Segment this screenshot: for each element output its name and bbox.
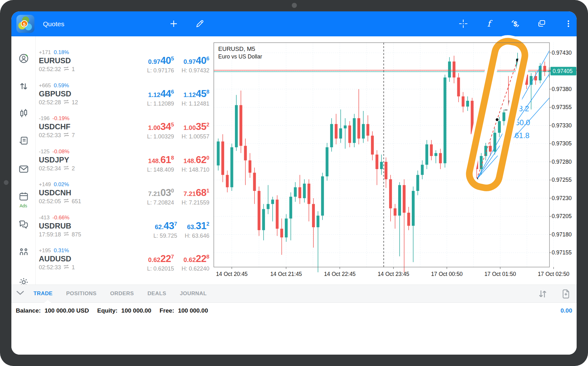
quote-time: 02:52:05 [39,198,61,205]
candle-body [389,179,392,208]
balance-value: 100 000.00 USD [45,307,89,314]
candle-body [371,136,374,155]
camera-dot [292,3,297,8]
candle-body [502,113,505,121]
sidebar-item-news[interactable] [18,136,29,147]
spread-value: 2 [72,165,75,172]
high-value: H: 1.00557 [182,133,209,140]
quote-row-gbpusd[interactable]: +6650.59%GBPUSD02:52:28121.124461.12458L… [39,81,209,114]
symbol-name: AUDUSD [39,254,75,263]
ask-price: 148.620 [183,154,209,166]
updown-arrows-icon [19,81,29,93]
mt5-logo[interactable]: 5 [16,15,34,33]
low-value: L: 1.00329 [147,133,174,140]
window-manager-button[interactable] [535,17,548,30]
candle-body [335,124,338,138]
tab-journal[interactable]: JOURNAL [180,290,207,297]
y-tick-label: 0.97205 [552,213,572,219]
quote-row-usdrub[interactable]: -413-0.66%USDRUB17:59:1887562.43763.312L… [39,213,209,246]
chart-canvas[interactable]: 8.250.061.80.974300.973800.973550.973300… [214,43,577,283]
tab-trade[interactable]: TRADE [33,290,53,297]
tab-orders[interactable]: ORDERS [110,290,134,297]
time-spread-line: 02:52:05651 [39,198,81,205]
high-value: H: 0.62240 [182,265,209,272]
crosshair-button[interactable] [457,17,470,30]
y-tick-label: 0.97255 [552,177,572,183]
quote-row-eurusd[interactable]: +1710.18%EURUSD02:52:3210.974050.97406L:… [39,48,209,81]
ask-price: 1.12458 [183,88,209,100]
spread-value: 1 [72,264,75,271]
sidebar-item-community[interactable] [18,247,29,258]
x-tick-label: 17 Oct 01:50 [484,271,516,277]
gear-icon [18,277,29,284]
equity-label: Equity: [97,307,117,314]
low-value: L: 0.62015 [147,265,174,272]
time-spread-line: 02:52:331 [39,264,75,271]
quote-info: -413-0.66%USDRUB17:59:18875 [39,213,81,246]
sidebar-item-charts[interactable] [18,109,29,119]
spread-icon [63,165,69,172]
equity-value: 100 000.00 [121,307,151,314]
bid-price: 0.97405 [148,55,174,66]
tab-deals[interactable]: DEALS [147,290,166,297]
candle-body [385,162,387,179]
new-order-icon [561,289,571,299]
edit-symbols-button[interactable] [194,17,206,30]
tab-positions[interactable]: POSITIONS [66,290,97,297]
time-spread-line: 02:52:337 [39,132,75,139]
candle-body [457,77,460,96]
quote-row-usdchf[interactable]: -196-0.19%USDCHF02:52:3371.003451.00352L… [39,114,209,147]
bid-price: 148.618 [148,154,174,166]
change-line: -413-0.66% [39,213,81,221]
time-spread-line: 17:59:18875 [39,231,81,238]
candle-body [239,105,242,146]
sidebar-item-quotes[interactable] [18,82,29,92]
overflow-menu-button[interactable] [562,17,575,30]
free-value: 100 000.00 [178,307,208,314]
candle-body [362,124,365,138]
collapse-panel-button[interactable] [11,291,29,296]
x-tick-label: 14 Oct 20:45 [216,271,248,277]
community-icon [18,247,29,259]
candle-body [403,185,405,213]
sidebar-item-calendar[interactable] [18,192,29,202]
x-tick-label: 14 Oct 23:45 [378,271,409,277]
pencil-icon [195,19,204,28]
time-spread-line: 02:52:342 [39,165,75,172]
sidebar-item-account[interactable] [18,54,29,64]
currency-exchange-button[interactable]: $ [509,17,522,30]
quote-row-audusd[interactable]: +1950.31%AUDUSD02:52:3310.622270.62228L:… [39,246,209,279]
spread-value: 7 [72,132,75,139]
candlestick-chart-icon [19,108,29,120]
ask-price: 63.312 [187,220,209,232]
sidebar-item-mailbox[interactable] [18,164,29,175]
y-tick-label: 0.97380 [552,86,572,92]
sidebar-item-chat[interactable] [18,220,29,231]
candle-body [348,125,351,143]
quote-row-usdcnh[interactable]: +1490.02%USDCNH02:52:056517.210307.21681… [39,180,209,213]
candle-body [249,160,251,173]
quote-row-usdjpy[interactable]: -125-0.08%USDJPY02:52:342148.618148.620L… [39,147,209,180]
change-points: +171 [39,49,51,56]
y-tick-label: 0.97230 [552,195,572,201]
three-dots-icon [564,19,573,28]
indicators-button[interactable]: f [483,17,496,30]
add-symbol-button[interactable] [167,17,180,30]
quote-prices: 148.618148.620L: 148.409H: 148.710 [147,147,209,180]
candle-body [416,175,419,191]
new-order-button[interactable] [560,288,572,300]
quote-info: -125-0.08%USDJPY02:52:342 [39,147,75,180]
bid-price: 1.12446 [148,88,174,100]
quote-prices: 7.210307.21681L: 7.20824H: 7.21559 [147,180,209,213]
candle-body [425,144,428,165]
chart-description: Euro vs US Dollar [218,53,262,60]
candle-body [217,142,220,166]
sidebar-item-settings[interactable] [18,278,29,284]
sort-button[interactable] [536,288,549,300]
svg-text:f: f [487,19,493,28]
quote-prices: 0.974050.97406L: 0.97176H: 0.97432 [147,48,209,81]
candle-body [321,176,324,216]
app-screen: 5 Quotes f [11,11,577,355]
highlight-halo [467,39,527,191]
price-chart[interactable]: 8.250.061.80.974300.973800.973550.973300… [214,43,577,283]
